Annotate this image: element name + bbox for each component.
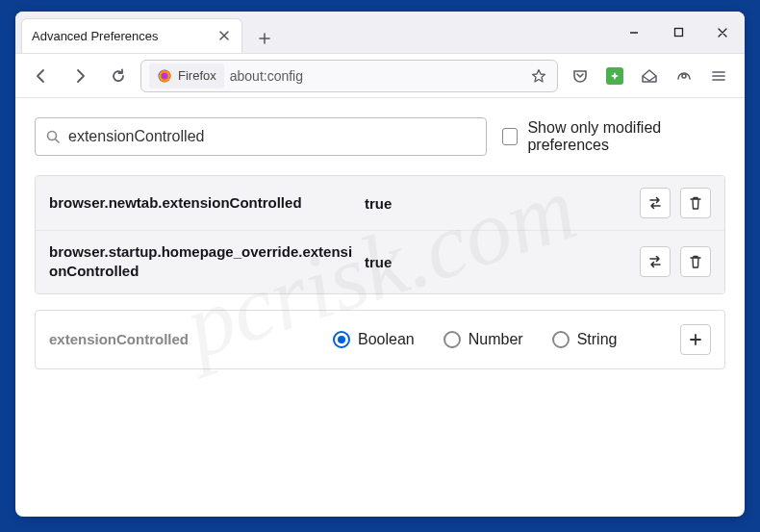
radio-boolean[interactable]: Boolean	[333, 331, 415, 348]
checkbox-icon	[502, 128, 518, 145]
account-button[interactable]	[668, 60, 700, 92]
tab-title: Advanced Preferences	[32, 29, 209, 43]
pref-row[interactable]: browser.startup.homepage_override.extens…	[36, 231, 724, 293]
new-pref-row: extensionControlled Boolean Number Strin…	[35, 310, 725, 369]
bookmark-star-icon[interactable]	[528, 68, 549, 84]
search-input[interactable]	[68, 128, 476, 145]
pref-value: true	[357, 254, 640, 270]
identity-label: Firefox	[178, 68, 216, 83]
radio-label: Number	[469, 331, 523, 348]
radio-number[interactable]: Number	[443, 331, 523, 348]
titlebar: Advanced Preferences	[15, 12, 745, 54]
toolbar-right	[564, 60, 735, 92]
radio-label: String	[577, 331, 618, 348]
show-modified-checkbox[interactable]: Show only modified preferences	[502, 119, 725, 154]
navigation-toolbar: Firefox about:config	[15, 54, 745, 98]
pref-actions	[640, 188, 711, 218]
pref-name: browser.startup.homepage_override.extens…	[49, 242, 357, 282]
pref-actions	[640, 246, 711, 277]
search-icon	[45, 129, 61, 144]
radio-string[interactable]: String	[552, 331, 618, 348]
about-config-content: Show only modified preferences browser.n…	[15, 98, 745, 517]
tab-active[interactable]: Advanced Preferences	[21, 18, 242, 53]
forward-button[interactable]	[63, 60, 96, 92]
type-radio-group: Boolean Number String	[333, 331, 680, 348]
radio-label: Boolean	[358, 331, 415, 348]
app-menu-button[interactable]	[702, 60, 735, 92]
add-pref-button[interactable]	[680, 324, 711, 355]
back-button[interactable]	[25, 60, 58, 92]
identity-box[interactable]: Firefox	[149, 63, 224, 89]
pref-name: browser.newtab.extensionControlled	[49, 193, 357, 213]
extension-button[interactable]	[598, 60, 631, 92]
svg-point-3	[682, 74, 686, 78]
pref-value: true	[357, 195, 640, 212]
search-row: Show only modified preferences	[35, 117, 725, 156]
radio-icon	[333, 331, 350, 348]
firefox-icon	[157, 68, 172, 84]
close-tab-button[interactable]	[216, 28, 232, 43]
pref-row[interactable]: browser.newtab.extensionControlled true	[36, 176, 724, 231]
minimize-button[interactable]	[612, 12, 656, 54]
svg-rect-0	[674, 29, 682, 37]
preferences-list: browser.newtab.extensionControlled true …	[35, 175, 725, 294]
checkbox-label-text: Show only modified preferences	[527, 119, 725, 154]
reload-button[interactable]	[102, 60, 135, 92]
new-tab-button[interactable]	[250, 24, 279, 53]
toggle-button[interactable]	[640, 188, 671, 218]
tabs-area: Advanced Preferences	[15, 13, 279, 53]
mail-button[interactable]	[633, 60, 666, 92]
window-controls	[612, 12, 745, 54]
search-box[interactable]	[35, 117, 487, 156]
url-bar[interactable]: Firefox about:config	[140, 60, 558, 92]
close-window-button[interactable]	[700, 12, 745, 54]
pocket-button[interactable]	[564, 60, 596, 92]
toggle-button[interactable]	[640, 246, 671, 277]
url-text: about:config	[230, 68, 522, 84]
radio-icon	[443, 331, 461, 348]
maximize-button[interactable]	[656, 12, 700, 54]
extension-icon	[606, 67, 623, 85]
delete-button[interactable]	[680, 246, 711, 277]
svg-point-2	[162, 72, 168, 79]
new-pref-name: extensionControlled	[49, 331, 333, 347]
radio-icon	[552, 331, 570, 348]
delete-button[interactable]	[680, 188, 711, 218]
browser-window: Advanced Preferences	[15, 12, 745, 517]
